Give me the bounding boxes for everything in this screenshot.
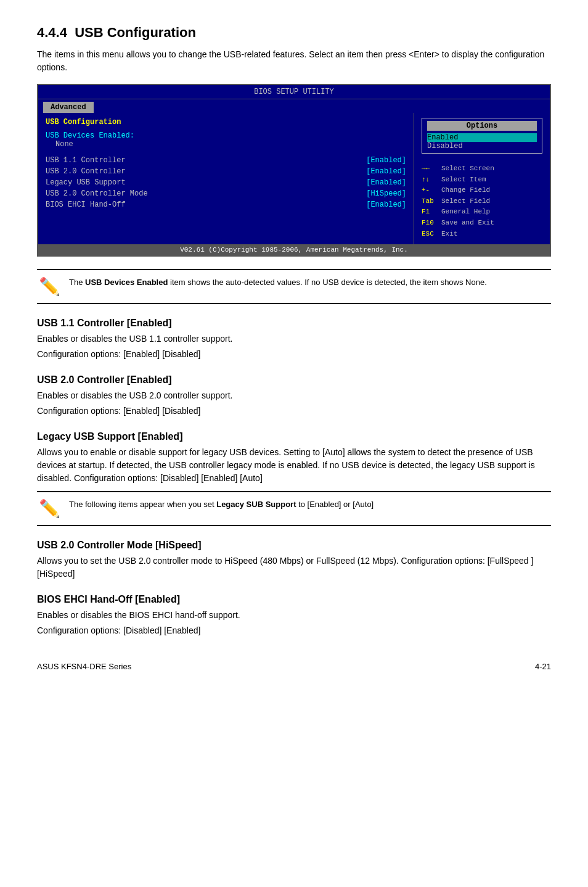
footer-left: ASUS KFSN4-DRE Series <box>37 662 131 671</box>
section-config-usb11: Configuration options: [Enabled] [Disabl… <box>37 348 551 361</box>
bios-option-enabled[interactable]: Enabled <box>427 133 537 142</box>
section-config-usb20: Configuration options: [Enabled] [Disabl… <box>37 405 551 418</box>
section-body-ehci: Enables or disables the BIOS EHCI hand-o… <box>37 609 551 622</box>
footer-right: 4-21 <box>535 662 551 671</box>
bios-left-panel: USB Configuration USB Devices Enabled: N… <box>38 113 414 244</box>
bios-options-box: Options Enabled Disabled <box>422 118 542 154</box>
bios-nav-section: →← Select Screen ↑↓ Select Item +- Chang… <box>422 163 542 239</box>
section-body-usb20: Enables or disables the USB 2.0 controll… <box>37 389 551 402</box>
bios-option-disabled[interactable]: Disabled <box>427 142 537 151</box>
bios-title-bar: BIOS SETUP UTILITY <box>38 85 550 99</box>
note-text-1: The USB Devices Enabled item shows the a… <box>69 276 487 289</box>
note-text-2: The following items appear when you set … <box>69 498 374 511</box>
table-row: Legacy USB Support [Enabled] <box>46 178 406 187</box>
note-icon-1: ✏️ <box>37 276 62 297</box>
bios-tabs: Advanced <box>38 99 550 113</box>
bios-left-section-title: USB Configuration <box>46 118 406 126</box>
bios-nav-row: F1 General Help <box>422 207 542 218</box>
section-body-usb11: Enables or disables the USB 1.1 controll… <box>37 332 551 345</box>
section-heading-legacy: Legacy USB Support [Enabled] <box>37 431 551 442</box>
table-row: USB 1.1 Controller [Enabled] <box>46 156 406 165</box>
section-body-usb20mode: Allows you to set the USB 2.0 controller… <box>37 555 551 580</box>
section-config-ehci: Configuration options: [Disabled] [Enabl… <box>37 624 551 637</box>
bios-usb-devices-label: USB Devices Enabled: <box>46 131 406 140</box>
bios-nav-row: ↑↓ Select Item <box>422 175 542 186</box>
bios-nav-row: F10 Save and Exit <box>422 218 542 229</box>
page-footer: ASUS KFSN4-DRE Series 4-21 <box>37 662 551 671</box>
section-heading-usb11: USB 1.1 Controller [Enabled] <box>37 318 551 329</box>
section-body-legacy: Allows you to enable or disable support … <box>37 446 551 485</box>
bios-nav-row: Tab Select Field <box>422 196 542 207</box>
note-box-2: ✏️ The following items appear when you s… <box>37 491 551 526</box>
bios-nav-row: ESC Exit <box>422 229 542 240</box>
section-heading: 4.4.4 USB Configuration <box>37 25 551 41</box>
bios-fields: USB 1.1 Controller [Enabled] USB 2.0 Con… <box>46 156 406 209</box>
note-box-1: ✏️ The USB Devices Enabled item shows th… <box>37 269 551 304</box>
bios-content: USB Configuration USB Devices Enabled: N… <box>38 113 550 244</box>
table-row: USB 2.0 Controller Mode [HiSpeed] <box>46 189 406 198</box>
bios-nav-row: +- Change Field <box>422 185 542 196</box>
note-icon-2: ✏️ <box>37 498 62 519</box>
bios-footer: V02.61 (C)Copyright 1985-2006, American … <box>38 244 550 255</box>
intro-text: The items in this menu allows you to cha… <box>37 48 551 74</box>
section-heading-ehci: BIOS EHCI Hand-Off [Enabled] <box>37 594 551 605</box>
bios-nav-row: →← Select Screen <box>422 163 542 175</box>
bios-right-panel: Options Enabled Disabled →← Select Scree… <box>414 113 550 244</box>
bios-usb-devices-value: None <box>46 140 406 149</box>
section-heading-usb20mode: USB 2.0 Controller Mode [HiSpeed] <box>37 540 551 551</box>
bios-screen: BIOS SETUP UTILITY Advanced USB Configur… <box>37 84 551 257</box>
bios-tab-advanced[interactable]: Advanced <box>43 102 94 113</box>
section-heading-usb20: USB 2.0 Controller [Enabled] <box>37 374 551 386</box>
bios-options-title: Options <box>427 121 537 131</box>
table-row: USB 2.0 Controller [Enabled] <box>46 167 406 176</box>
table-row: BIOS EHCI Hand-Off [Enabled] <box>46 200 406 209</box>
